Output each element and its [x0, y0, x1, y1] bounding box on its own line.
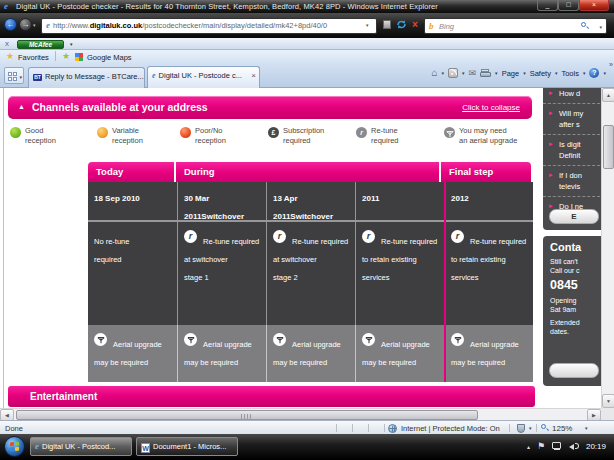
legend-aerial-upgrade: You may need an aerial upgrade [444, 126, 543, 145]
faq-button[interactable]: E [549, 209, 599, 224]
protected-mode-icon[interactable] [517, 424, 525, 433]
url-path: /postcodechecker/main/display/detailed/m… [142, 21, 327, 30]
toolbar-close-icon[interactable]: x [5, 39, 9, 48]
search-placeholder: Bing [439, 22, 454, 31]
favorites-star-icon[interactable]: ★ [6, 51, 14, 61]
close-button[interactable]: × [579, 0, 609, 11]
print-dropdown-icon[interactable]: ▾ [495, 70, 498, 76]
mcafee-dropdown-icon[interactable]: ▾ [70, 41, 73, 47]
volume-icon[interactable] [570, 441, 580, 451]
poor-reception-icon [180, 127, 191, 138]
page-favicon: e [46, 20, 50, 30]
search-dropdown-icon[interactable]: ▾ [599, 24, 602, 30]
scroll-down-icon[interactable]: ▼ [602, 394, 614, 408]
action-center-icon[interactable]: ⚑ [537, 442, 545, 451]
navigation-bar: ← → ▾ ehttp://www.digitaluk.co.uk/postco… [0, 13, 614, 38]
favorite-link-google-maps[interactable]: Google Maps [87, 53, 132, 62]
arrow-bullet-icon: ▸ [549, 138, 553, 149]
scroll-up-icon[interactable]: ▲ [602, 88, 614, 102]
arrow-bullet-icon: ▸ [549, 169, 553, 180]
quick-tabs-button[interactable]: ▾ [4, 67, 24, 84]
tools-menu[interactable]: Tools [561, 69, 579, 78]
history-dropdown-icon[interactable]: ▾ [33, 22, 36, 28]
vertical-scrollbar[interactable]: ▲ ▼ [601, 88, 614, 408]
divider [509, 424, 510, 432]
zoom-icon[interactable] [541, 424, 548, 431]
address-dropdown-icon[interactable]: ▾ [366, 22, 369, 28]
tab-digital-uk-active[interactable]: eDigital UK - Postcode c... × [147, 66, 260, 88]
taskbar-clock[interactable]: 20:19 [586, 442, 606, 451]
legend-retune: r Re-tune required [356, 126, 443, 145]
retune-icon: r [184, 230, 197, 243]
read-mail-icon[interactable]: ✉ [469, 68, 477, 78]
maximize-button[interactable]: □ [558, 0, 579, 11]
table-retune-row: No re-tune required rRe-tune required at… [88, 222, 533, 325]
date-cell: 18 Sep 2010 [88, 182, 177, 220]
start-button[interactable] [4, 436, 25, 457]
minimize-button[interactable]: _ [537, 0, 558, 11]
help-dropdown-icon[interactable]: ▾ [603, 70, 606, 76]
zoom-level[interactable]: 125% [552, 424, 572, 433]
opening-hours-text: Opening Sat 9am [550, 296, 601, 314]
network-icon[interactable] [552, 442, 563, 451]
rss-feed-icon[interactable] [448, 68, 458, 78]
internet-zone-icon [388, 424, 397, 433]
good-reception-icon [10, 127, 21, 138]
tab-label: Reply to Message - BTCare... [45, 72, 144, 81]
bt-favicon: BT [33, 74, 42, 81]
divider [368, 424, 369, 432]
collapse-arrow-icon: ▲ [18, 103, 25, 110]
show-hidden-icons[interactable]: ▴ [527, 443, 530, 450]
address-bar[interactable]: ehttp://www.digitaluk.co.uk/postcodechec… [41, 18, 377, 34]
column-group-final-step: Final step [441, 162, 531, 182]
horizontal-scrollbar[interactable]: ◀ ▶ [0, 408, 601, 420]
aerial-cell: Aerial upgrade may be required [355, 325, 444, 382]
contact-text: Still can't Call our c [550, 257, 601, 275]
compatibility-view-icon[interactable] [381, 19, 393, 31]
home-icon[interactable]: ⌂ [431, 68, 437, 78]
retune-cell: rRe-tune required to retain existing ser… [355, 222, 444, 325]
contact-phone: 0845 [550, 278, 601, 292]
tab-bar: ▾ BTReply to Message - BTCare... eDigita… [0, 63, 614, 88]
taskbar-item-digital-uk[interactable]: eDigital UK - Postcod... [30, 437, 132, 456]
retune-icon: r [356, 127, 367, 138]
contact-button[interactable] [549, 363, 599, 378]
channels-panel-header[interactable]: ▲ Channels available at your address Cli… [8, 96, 532, 119]
retune-cell: rRe-tune required at switchover stage 2 [266, 222, 355, 325]
faq-link[interactable]: ▸Will my after s [543, 104, 601, 135]
tab-close-icon[interactable]: × [251, 71, 256, 80]
retune-icon: r [362, 230, 375, 243]
faq-link[interactable]: ▸How d [543, 88, 601, 104]
entertainment-section-header[interactable]: Entertainment [8, 386, 535, 407]
faq-link[interactable]: ▸Is digit Definit [543, 135, 601, 166]
page-menu[interactable]: Page [502, 69, 520, 78]
zoom-dropdown-icon[interactable]: ▾ [585, 425, 588, 431]
favorites-button[interactable]: Favorites [18, 53, 49, 62]
search-icon[interactable] [581, 22, 588, 29]
toolbar-overflow-icon[interactable]: » [609, 61, 613, 68]
tab-btcare[interactable]: BTReply to Message - BTCare... [28, 67, 145, 88]
print-icon[interactable] [480, 69, 491, 78]
safety-menu[interactable]: Safety [530, 69, 551, 78]
forward-button[interactable]: → [19, 18, 32, 31]
mcafee-button[interactable]: McAfee [17, 40, 64, 49]
vertical-scrollbar-thumb[interactable] [603, 125, 614, 169]
rss-dropdown-icon[interactable]: ▾ [462, 70, 465, 76]
click-to-collapse-link[interactable]: Click to collapse [462, 103, 520, 112]
arrow-bullet-icon: ▸ [549, 88, 553, 98]
zone-dropdown-icon[interactable]: ▾ [529, 425, 532, 431]
aerial-cell: Aerial upgrade may be required [88, 325, 177, 382]
retune-cell: rRe-tune required to retain existing ser… [444, 222, 533, 325]
home-dropdown-icon[interactable]: ▾ [442, 70, 445, 76]
legend-subscription: £ Subscription required [268, 126, 355, 145]
add-favorite-icon[interactable]: ★ [62, 51, 70, 61]
stop-button[interactable]: × [409, 19, 421, 31]
back-button[interactable]: ← [4, 18, 17, 31]
faq-link[interactable]: ▸If I don televis [543, 166, 601, 197]
search-box[interactable]: b Bing ▾ [424, 18, 607, 34]
help-icon[interactable]: ? [589, 68, 599, 78]
horizontal-scrollbar-thumb[interactable] [16, 410, 478, 420]
retune-cell: rRe-tune required at switchover stage 1 [177, 222, 266, 325]
taskbar-item-document1[interactable]: WDocument1 - Micros... [136, 437, 238, 456]
refresh-button[interactable] [395, 19, 407, 31]
